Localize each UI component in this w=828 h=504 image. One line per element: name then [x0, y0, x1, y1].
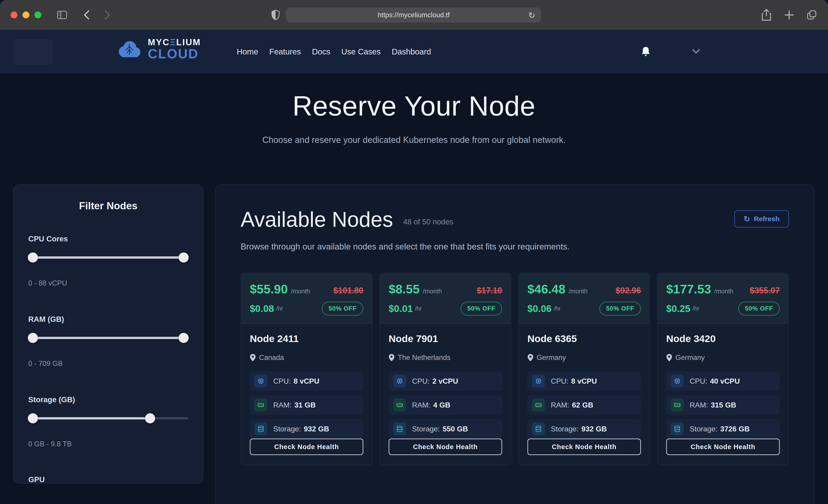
spec-row-cpu: CPU:8 vCPU	[527, 372, 641, 391]
tab-overview-icon[interactable]	[806, 0, 817, 30]
check-node-health-button[interactable]: Check Node Health	[666, 438, 780, 455]
notifications-bell-icon[interactable]	[641, 46, 651, 57]
chevron-down-icon[interactable]	[692, 49, 700, 54]
node-card[interactable]: $8.55 /month $17.10 $0.01 /hr 50% OFF No…	[379, 273, 511, 465]
slider-thumb-max[interactable]	[178, 252, 189, 262]
filter-section-storage: Storage (GB) 0 GB - 9.8 TB	[28, 395, 188, 448]
slider-thumb-min[interactable]	[28, 413, 38, 423]
cpu-cores-slider[interactable]	[28, 252, 188, 262]
panel-header: Available Nodes 48 of 50 nodes ↻ Refresh	[241, 209, 789, 230]
page-title: Reserve Your Node	[0, 90, 828, 122]
nav-link-dashboard[interactable]: Dashboard	[391, 47, 431, 56]
nav-link-use-cases[interactable]: Use Cases	[341, 47, 380, 56]
check-node-health-button[interactable]: Check Node Health	[527, 438, 641, 455]
content-area: Filter Nodes CPU Cores 0 - 88 vCPU RAM (…	[0, 184, 828, 504]
spec-value: 62 GB	[572, 401, 593, 409]
back-icon[interactable]	[83, 0, 90, 30]
forward-icon[interactable]	[104, 0, 111, 30]
check-node-health-button[interactable]: Check Node Health	[388, 438, 502, 455]
location-pin-icon	[250, 354, 256, 361]
spec-label: RAM:	[551, 401, 569, 409]
close-window-button[interactable]	[10, 11, 17, 18]
spec-row-cpu: CPU:2 vCPU	[388, 372, 502, 391]
brand-logo[interactable]: MYCΞLIUM CLOUD	[116, 38, 201, 60]
zoom-window-button[interactable]	[35, 11, 41, 18]
site-navbar: MYCΞLIUM CLOUD Home Features Docs Use Ca…	[0, 30, 828, 74]
nav-link-home[interactable]: Home	[237, 47, 258, 56]
slider-thumb-min[interactable]	[28, 333, 38, 343]
ram-icon	[671, 398, 684, 411]
node-name: Node 2411	[250, 333, 363, 344]
discount-badge: 50% OFF	[738, 302, 780, 316]
node-location: The Netherlands	[398, 353, 450, 362]
cpu-icon	[671, 375, 684, 387]
slider-track[interactable]	[28, 417, 150, 419]
filter-section-cpu: CPU Cores 0 - 88 vCPU	[28, 235, 188, 287]
refresh-button[interactable]: ↻ Refresh	[734, 210, 789, 228]
spec-list: CPU:40 vCPU RAM:315 GB	[666, 372, 780, 438]
spec-list: CPU:8 vCPU RAM:31 GB	[250, 372, 363, 438]
privacy-shield-icon[interactable]	[271, 0, 280, 30]
spec-label: Storage:	[690, 425, 717, 433]
price-hour: $0.06	[527, 303, 551, 314]
nav-links: Home Features Docs Use Cases Dashboard	[237, 30, 431, 74]
old-price: $101.80	[333, 286, 363, 295]
new-tab-icon[interactable]	[784, 0, 794, 30]
reload-icon[interactable]: ↻	[528, 10, 535, 20]
spec-row-cpu: CPU:40 vCPU	[666, 372, 780, 391]
per-month-label: /month	[569, 288, 588, 295]
slider-thumb-max[interactable]	[145, 413, 155, 423]
card-body: Node 2411 Canada CPU:8 vCPU	[241, 324, 372, 465]
slider-thumb-min[interactable]	[28, 252, 38, 262]
browser-chrome: https://myceliumcloud.tf ↻	[0, 0, 828, 30]
filter-section-gpu: GPU	[28, 475, 188, 484]
storage-icon	[393, 422, 406, 435]
spec-list: CPU:2 vCPU RAM:4 GB	[388, 372, 502, 438]
cpu-icon	[532, 375, 545, 387]
spec-value: 550 GB	[443, 425, 468, 433]
spec-value: 40 vCPU	[710, 377, 740, 385]
gpu-label: GPU	[28, 475, 188, 484]
old-price: $92.96	[616, 286, 641, 295]
spec-label: RAM:	[690, 401, 708, 409]
discount-badge: 50% OFF	[322, 302, 363, 316]
slider-track-remainder[interactable]	[150, 417, 188, 419]
price-header: $8.55 /month $17.10 $0.01 /hr 50% OFF	[380, 273, 511, 324]
check-node-health-button[interactable]: Check Node Health	[250, 438, 363, 455]
spec-row-ram: RAM:4 GB	[388, 395, 502, 415]
available-nodes-title: Available Nodes	[241, 209, 393, 230]
price-header: $46.48 /month $92.96 $0.06 /hr 50% OFF	[519, 273, 650, 324]
location-pin-icon	[666, 354, 672, 361]
nav-link-docs[interactable]: Docs	[312, 47, 330, 56]
slider-track[interactable]	[28, 337, 188, 339]
node-name: Node 6365	[527, 333, 641, 344]
per-month-label: /month	[714, 288, 733, 295]
per-hour-label: /hr	[554, 305, 561, 312]
slider-thumb-max[interactable]	[178, 333, 189, 343]
price-header: $177.53 /month $355.07 $0.25 /hr 50% OFF	[658, 273, 788, 324]
node-location: Germany	[537, 353, 566, 362]
spec-value: 315 GB	[711, 401, 736, 409]
spec-value: 932 GB	[304, 425, 329, 433]
panel-description: Browse through our available nodes and s…	[241, 242, 789, 252]
nav-link-features[interactable]: Features	[269, 47, 301, 56]
cpu-cores-label: CPU Cores	[28, 235, 188, 243]
brand-text: MYCΞLIUM CLOUD	[148, 38, 201, 60]
available-nodes-panel: Available Nodes 48 of 50 nodes ↻ Refresh…	[215, 184, 815, 504]
sidebar-toggle-icon[interactable]	[57, 0, 67, 30]
node-card[interactable]: $46.48 /month $92.96 $0.06 /hr 50% OFF N…	[518, 273, 650, 465]
price-hour: $0.25	[666, 303, 690, 314]
node-card[interactable]: $55.90 /month $101.80 $0.08 /hr 50% OFF …	[241, 273, 373, 465]
node-cards: $55.90 /month $101.80 $0.08 /hr 50% OFF …	[241, 273, 789, 465]
share-icon[interactable]	[761, 0, 772, 30]
storage-slider[interactable]	[28, 413, 188, 423]
ram-slider[interactable]	[28, 333, 188, 343]
browser-window: https://myceliumcloud.tf ↻	[0, 0, 828, 504]
node-card[interactable]: $177.53 /month $355.07 $0.25 /hr 50% OFF…	[657, 273, 789, 465]
slider-track[interactable]	[28, 256, 188, 259]
location-pin-icon	[527, 354, 533, 361]
address-bar[interactable]: https://myceliumcloud.tf ↻	[286, 7, 541, 23]
spec-row-storage: Storage:932 GB	[527, 419, 641, 438]
minimize-window-button[interactable]	[23, 11, 30, 18]
spec-row-ram: RAM:31 GB	[250, 395, 363, 415]
